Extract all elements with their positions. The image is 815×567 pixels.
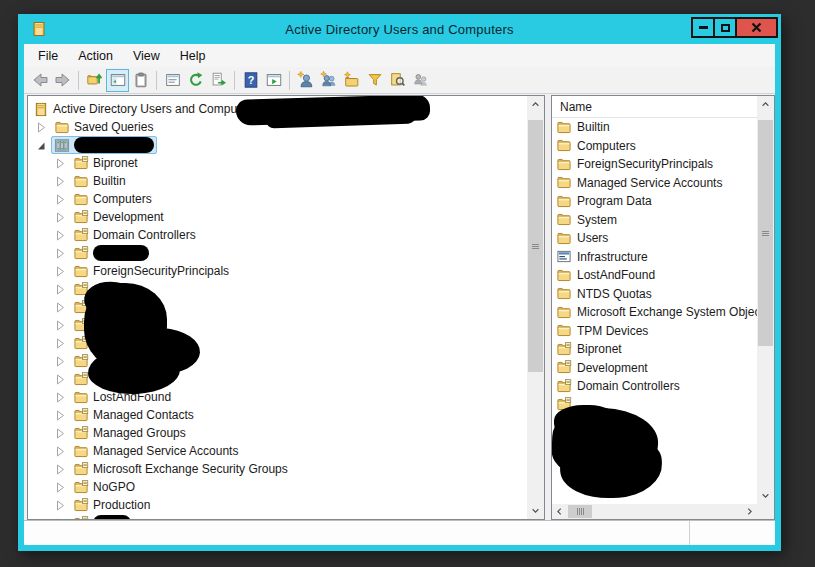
toolbar-button-open-new-window[interactable]: [262, 69, 285, 92]
minimize-button[interactable]: [691, 17, 715, 38]
clipboard-icon: [132, 71, 150, 89]
tree-item[interactable]: Managed Groups: [28, 424, 527, 442]
tree-item[interactable]: Production: [28, 496, 527, 514]
toolbar-button-show-console-tree[interactable]: [106, 69, 129, 92]
expander-icon[interactable]: [56, 157, 70, 169]
tree-item[interactable]: [28, 244, 527, 262]
expander-icon[interactable]: [56, 265, 70, 277]
scroll-right-button[interactable]: [742, 504, 757, 519]
maximize-button[interactable]: [713, 17, 737, 38]
scroll-left-button[interactable]: [552, 504, 567, 519]
new-group-icon: [320, 71, 338, 89]
list-item-icon: [556, 268, 572, 283]
scroll-down-button[interactable]: [527, 502, 544, 519]
expander-icon[interactable]: [56, 337, 70, 349]
expander-icon[interactable]: [56, 175, 70, 187]
toolbar-button-filter[interactable]: [363, 69, 386, 92]
toolbar-button-export-list[interactable]: [207, 69, 230, 92]
scroll-up-button[interactable]: [757, 96, 774, 113]
tree-item[interactable]: [28, 514, 527, 519]
list-item[interactable]: Infrastructure: [552, 248, 757, 267]
scroll-up-button[interactable]: [527, 96, 544, 113]
toolbar-button-find[interactable]: [386, 69, 409, 92]
menu-file[interactable]: File: [28, 46, 68, 66]
expander-icon[interactable]: [56, 355, 70, 367]
list-item[interactable]: Bipronet: [552, 340, 757, 359]
toolbar-button-help[interactable]: [239, 69, 262, 92]
list-item[interactable]: Computers: [552, 137, 757, 156]
scrollbar-thumb[interactable]: [528, 120, 543, 372]
close-button[interactable]: [735, 17, 778, 38]
list-item[interactable]: Managed Service Accounts: [552, 174, 757, 193]
list-item[interactable]: Builtin: [552, 118, 757, 137]
expander-icon[interactable]: [56, 499, 70, 511]
scrollbar-thumb[interactable]: [758, 120, 773, 346]
expander-icon[interactable]: [56, 517, 70, 519]
tree-item[interactable]: LostAndFound: [28, 388, 527, 406]
tree-item[interactable]: Bipronet: [28, 154, 527, 172]
expander-icon[interactable]: [56, 463, 70, 475]
menu-help[interactable]: Help: [170, 46, 216, 66]
tree-item-label: Managed Service Accounts: [93, 444, 238, 458]
expander-icon[interactable]: [56, 409, 70, 421]
expander-icon[interactable]: [37, 139, 51, 151]
expander-icon[interactable]: [56, 373, 70, 385]
expander-icon[interactable]: [56, 391, 70, 403]
expander-icon[interactable]: [56, 247, 70, 259]
expander-icon[interactable]: [56, 211, 70, 223]
tree-item[interactable]: Builtin: [28, 172, 527, 190]
list-item[interactable]: Microsoft Exchange System Object: [552, 303, 757, 322]
expander-icon[interactable]: [56, 301, 70, 313]
tree-item[interactable]: ForeignSecurityPrincipals: [28, 262, 527, 280]
tree-item[interactable]: [28, 136, 527, 154]
list-item[interactable]: Users: [552, 229, 757, 248]
toolbar-button-forward[interactable]: [51, 69, 74, 92]
tree-item-icon: [73, 264, 89, 279]
list-vertical-scrollbar[interactable]: [757, 96, 774, 504]
tree-item[interactable]: Microsoft Exchange Security Groups: [28, 460, 527, 478]
toolbar-button-up-one-level[interactable]: [83, 69, 106, 92]
list-item[interactable]: System: [552, 211, 757, 230]
menu-action[interactable]: Action: [68, 46, 123, 66]
expander-icon[interactable]: [56, 283, 70, 295]
toolbar-button-new-user[interactable]: [294, 69, 317, 92]
tree-item-icon: [73, 480, 89, 495]
toolbar-button-properties-window[interactable]: [161, 69, 184, 92]
scrollbar-thumb[interactable]: [568, 505, 592, 518]
toolbar-button-new-org-unit[interactable]: [340, 69, 363, 92]
tree-item-selection: Managed Service Accounts: [70, 443, 241, 460]
list-item[interactable]: NTDS Quotas: [552, 285, 757, 304]
tree-item[interactable]: Managed Service Accounts: [28, 442, 527, 460]
toolbar-button-back[interactable]: [28, 69, 51, 92]
scroll-down-button[interactable]: [757, 487, 774, 504]
menu-view[interactable]: View: [123, 46, 170, 66]
chevron-down-icon: [761, 491, 770, 500]
tree-item[interactable]: Domain Controllers: [28, 226, 527, 244]
tree-item-selection: Managed Contacts: [70, 407, 197, 424]
list-item[interactable]: LostAndFound: [552, 266, 757, 285]
expander-icon[interactable]: [56, 193, 70, 205]
list-item[interactable]: Domain Controllers: [552, 377, 757, 396]
expander-icon[interactable]: [56, 481, 70, 493]
toolbar-button-refresh[interactable]: [184, 69, 207, 92]
expander-icon[interactable]: [56, 319, 70, 331]
tree-item[interactable]: Development: [28, 208, 527, 226]
expander-icon[interactable]: [56, 427, 70, 439]
expander-icon[interactable]: [56, 229, 70, 241]
tree-item[interactable]: Managed Contacts: [28, 406, 527, 424]
tree-vertical-scrollbar[interactable]: [527, 96, 544, 519]
expander-icon[interactable]: [56, 445, 70, 457]
expander-icon[interactable]: [37, 121, 51, 133]
list-item[interactable]: Development: [552, 359, 757, 378]
list-item[interactable]: Program Data: [552, 192, 757, 211]
toolbar-button-clipboard[interactable]: [129, 69, 152, 92]
list-item[interactable]: ForeignSecurityPrincipals: [552, 155, 757, 174]
list-item[interactable]: TPM Devices: [552, 322, 757, 341]
tree-item[interactable]: Computers: [28, 190, 527, 208]
titlebar[interactable]: Active Directory Users and Computers: [18, 14, 781, 44]
toolbar-button-change-domain[interactable]: [409, 69, 432, 92]
list-horizontal-scrollbar[interactable]: [552, 504, 757, 519]
tree-item[interactable]: NoGPO: [28, 478, 527, 496]
toolbar-button-new-group[interactable]: [317, 69, 340, 92]
column-header-name[interactable]: Name: [552, 96, 757, 118]
